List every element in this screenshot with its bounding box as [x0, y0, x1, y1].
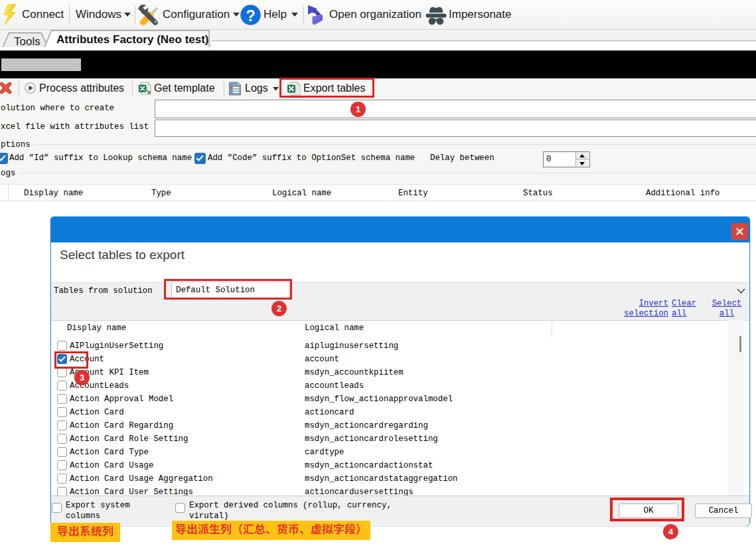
- svg-text:?: ?: [246, 7, 256, 25]
